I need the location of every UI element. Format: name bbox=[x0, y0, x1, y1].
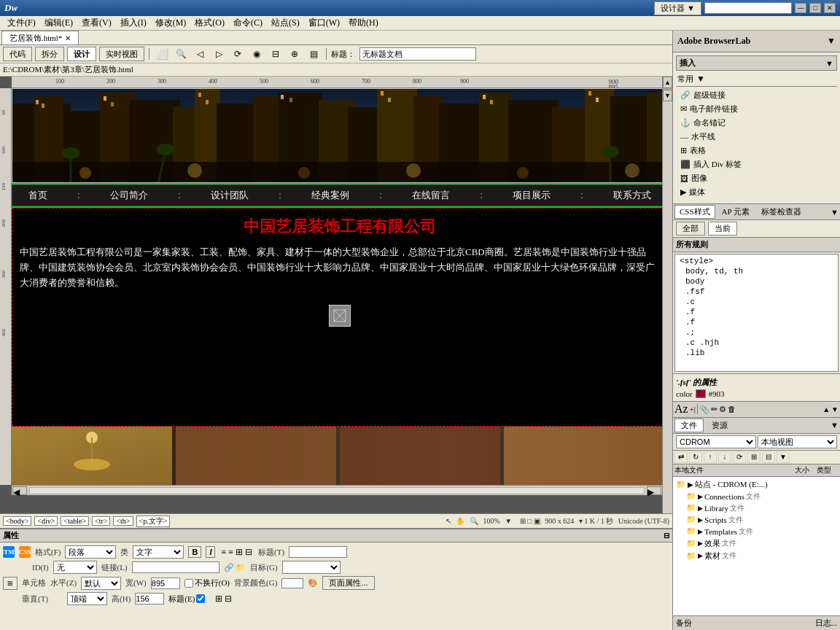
file-effects[interactable]: 📁 ▶ 效果 文件 bbox=[674, 537, 839, 550]
view-select[interactable]: 本地视图 bbox=[758, 435, 838, 448]
file-materials[interactable]: 📁 ▶ 素材 文件 bbox=[674, 550, 839, 562]
search-input[interactable] bbox=[704, 2, 792, 14]
insert-email[interactable]: ✉ 电子邮件链接 bbox=[677, 102, 836, 116]
collapse-files-btn[interactable]: ⊟ bbox=[762, 451, 775, 463]
scroll-right-btn[interactable]: ▶ bbox=[647, 486, 661, 495]
zoom-value[interactable]: 100% bbox=[483, 517, 499, 525]
az-sort-icon[interactable]: Az bbox=[674, 402, 688, 416]
download-btn[interactable]: ↓ bbox=[718, 451, 731, 463]
title-input[interactable] bbox=[359, 47, 476, 61]
menu-format[interactable]: 格式(O) bbox=[190, 16, 229, 30]
tag-tr[interactable]: <tr> bbox=[92, 516, 110, 526]
tag-th[interactable]: <th> bbox=[113, 516, 133, 526]
id-select[interactable]: 无 bbox=[53, 561, 97, 574]
file-root[interactable]: 📁 ▶ 站点 - CDROM (E:...) bbox=[674, 478, 839, 491]
scroll-down-btn[interactable]: ▼ bbox=[663, 90, 672, 101]
insert-hyperlink[interactable]: 🔗 超级链接 bbox=[677, 88, 836, 102]
current-rules-btn[interactable]: 当前 bbox=[708, 222, 737, 236]
menu-insert[interactable]: 插入(I) bbox=[116, 16, 151, 30]
nav-projects[interactable]: 项目展示 bbox=[507, 189, 556, 202]
class-select[interactable]: 文字 bbox=[133, 545, 184, 559]
title-checkbox[interactable] bbox=[196, 594, 205, 603]
rule-c-hjh[interactable]: .c .hjh bbox=[677, 338, 836, 348]
toolbar-btn-4[interactable]: ▷ bbox=[211, 47, 227, 61]
menu-window[interactable]: 窗口(W) bbox=[304, 16, 344, 30]
heading-input[interactable] bbox=[289, 546, 347, 558]
link-input[interactable] bbox=[132, 561, 219, 573]
menu-file[interactable]: 文件(F) bbox=[3, 16, 40, 30]
rule-f1[interactable]: .f bbox=[677, 307, 836, 317]
width-input[interactable] bbox=[151, 578, 180, 589]
live-view-button[interactable]: 实时视图 bbox=[99, 47, 144, 61]
menu-modify[interactable]: 修改(M) bbox=[151, 16, 191, 30]
horiz-select[interactable]: 默认 bbox=[81, 577, 121, 590]
root-expand-icon[interactable]: ▶ bbox=[688, 481, 693, 489]
rule-c[interactable]: .c bbox=[677, 297, 836, 307]
rule-fsf[interactable]: .fsf bbox=[677, 287, 836, 297]
italic-button[interactable]: I bbox=[206, 546, 215, 558]
edit-css-icon[interactable]: ⚙ bbox=[719, 405, 726, 414]
delete-css-icon[interactable]: 🗑 bbox=[728, 405, 736, 413]
height-input[interactable] bbox=[135, 593, 164, 604]
tag-body[interactable]: <body> bbox=[3, 516, 31, 526]
nav-team[interactable]: 设计团队 bbox=[205, 189, 254, 202]
file-templates[interactable]: 📁 ▶ Templates 文件 bbox=[674, 526, 839, 537]
menu-command[interactable]: 命令(C) bbox=[229, 16, 267, 30]
menu-site[interactable]: 站点(S) bbox=[267, 16, 304, 30]
file-connections[interactable]: 📁 ▶ Connections 文件 bbox=[674, 491, 839, 502]
menu-view[interactable]: 查看(V) bbox=[77, 16, 116, 30]
files-tab[interactable]: 文件 bbox=[674, 419, 704, 432]
tag-inspector-tab[interactable]: 标签检查器 bbox=[756, 205, 806, 219]
menu-help[interactable]: 帮助(H) bbox=[344, 16, 383, 30]
add-property-icon[interactable]: +| bbox=[690, 405, 696, 413]
common-dropdown-icon[interactable]: ▼ bbox=[696, 74, 705, 85]
insert-div[interactable]: ⬛ 插入 Div 标签 bbox=[677, 158, 836, 171]
properties-collapse-icon[interactable]: ⊟ bbox=[664, 532, 669, 540]
file-library[interactable]: 📁 ▶ Library 文件 bbox=[674, 502, 839, 514]
file-scripts[interactable]: 📁 ▶ Scripts 文件 bbox=[674, 514, 839, 526]
target-select[interactable] bbox=[282, 561, 341, 574]
assets-tab[interactable]: 资源 bbox=[705, 419, 734, 432]
tag-table[interactable]: <table> bbox=[61, 516, 89, 526]
nav-about[interactable]: 公司简介 bbox=[104, 189, 154, 202]
log-btn[interactable]: 日志... bbox=[815, 618, 837, 629]
materials-expand-icon[interactable]: ▶ bbox=[698, 552, 703, 559]
document-tab[interactable]: 艺居装饰.html* ✕ bbox=[1, 31, 79, 44]
rule-f2[interactable]: .f bbox=[677, 317, 836, 327]
new-css-rule-icon[interactable]: ✏ bbox=[711, 405, 718, 414]
css-scroll-down[interactable]: ▼ bbox=[831, 405, 839, 413]
format-select[interactable]: 段落 bbox=[65, 545, 116, 559]
connections-expand-icon[interactable]: ▶ bbox=[698, 493, 703, 500]
rule-body[interactable]: body bbox=[677, 276, 836, 287]
connect-btn[interactable]: ⇄ bbox=[674, 451, 688, 463]
nav-contact[interactable]: 联系方式 bbox=[607, 189, 657, 202]
rule-style[interactable]: <style> bbox=[677, 256, 836, 266]
split-view-button[interactable]: 拆分 bbox=[35, 47, 64, 61]
files-options-btn[interactable]: ▼ bbox=[777, 451, 790, 463]
close-button[interactable]: ✕ bbox=[824, 3, 836, 13]
tab-close-icon[interactable]: ✕ bbox=[65, 34, 71, 42]
rule-body-td-th[interactable]: body, td, th bbox=[677, 266, 836, 276]
css-color-swatch[interactable] bbox=[696, 389, 706, 398]
insert-rule[interactable]: — 水平线 bbox=[677, 130, 836, 144]
scripts-expand-icon[interactable]: ▶ bbox=[698, 516, 703, 524]
tag-p-text[interactable]: <p.文字> bbox=[136, 516, 171, 527]
toolbar-btn-5[interactable]: ⟳ bbox=[230, 47, 246, 61]
refresh-btn[interactable]: ↻ bbox=[689, 451, 702, 463]
nav-cases[interactable]: 经典案例 bbox=[306, 189, 355, 202]
site-select[interactable]: CDROM bbox=[676, 435, 756, 448]
effects-expand-icon[interactable]: ▶ bbox=[698, 540, 703, 547]
insert-anchor[interactable]: ⚓ 命名锚记 bbox=[677, 116, 836, 130]
vertical-scrollbar[interactable]: ▲ ▼ bbox=[662, 77, 672, 513]
designer-button[interactable]: 设计器 ▼ bbox=[654, 1, 701, 15]
page-properties-button[interactable]: 页面属性... bbox=[322, 576, 374, 590]
merge-split-icons[interactable]: ⊞ ⊟ bbox=[215, 594, 232, 604]
toolbar-btn-6[interactable]: ◉ bbox=[249, 47, 265, 61]
nav-home[interactable]: 首页 bbox=[23, 189, 53, 202]
toolbar-btn-1[interactable]: ⬜ bbox=[154, 47, 170, 61]
no-wrap-checkbox[interactable] bbox=[184, 579, 193, 588]
insert-media[interactable]: ▶ 媒体 bbox=[677, 185, 836, 199]
rule-lib[interactable]: .lib bbox=[677, 348, 836, 358]
toolbar-btn-9[interactable]: ▤ bbox=[306, 47, 322, 61]
scroll-track[interactable] bbox=[29, 487, 645, 494]
